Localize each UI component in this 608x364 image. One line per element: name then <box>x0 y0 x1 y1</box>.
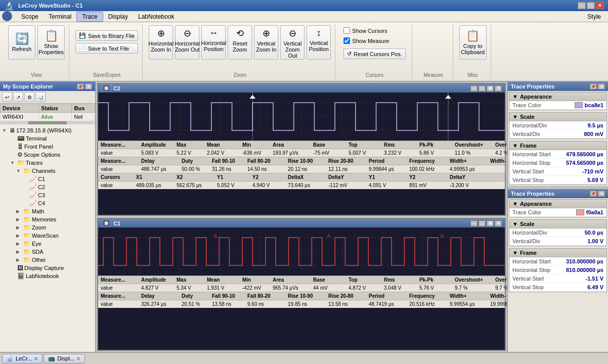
c1-restore[interactable]: □ <box>479 220 486 226</box>
copy-clipboard-button[interactable]: 📋 Copy to Clipboard <box>459 25 487 60</box>
tree-computer-icon: 🖥 <box>9 127 15 134</box>
tree-other[interactable]: ▶ 📁 Other <box>2 256 93 264</box>
tree-c4[interactable]: 📈 C4 <box>2 199 93 207</box>
c1-hstop-value: 810.000000 μs <box>566 267 603 273</box>
reset-cursors-button[interactable]: ↺ Reset Cursors Pos. <box>343 49 405 59</box>
show-measure-checkbox[interactable] <box>343 37 350 44</box>
c2-appearance-expand[interactable]: ▼ <box>512 94 518 100</box>
menu-scope[interactable]: Scope <box>16 12 44 21</box>
tree-c2[interactable]: 📈 C2 <box>2 183 93 191</box>
c1-color-swatch[interactable] <box>576 209 584 215</box>
h-zoom-in-button[interactable]: ⊕ Horizontal Zoom In <box>149 25 173 60</box>
c1-maximize[interactable]: ⊞ <box>487 220 494 226</box>
lecroy-tab-close[interactable]: ✕ <box>34 356 38 361</box>
c2-m1-col2: Max <box>175 142 205 148</box>
c2-m1-col0: Measure... <box>99 142 140 148</box>
menu-display[interactable]: Display <box>103 12 133 21</box>
tree-channels[interactable]: ▼ 📁 Channels <box>2 167 93 175</box>
v-zoom-in-button[interactable]: ⊕ Vertical Zoom In <box>254 25 278 60</box>
save-binary-button[interactable]: 💾 Save to Binary File <box>75 30 138 41</box>
clipboard-icon: 📋 <box>466 30 480 41</box>
display-tab-close[interactable]: ✕ <box>76 356 80 361</box>
c2-maximize[interactable]: ⊞ <box>487 85 494 92</box>
toolbar-icon3[interactable]: ⚙ <box>24 92 34 102</box>
tree-eye[interactable]: ▶ 📁 Eye <box>2 240 93 248</box>
minimize-button[interactable]: ─ <box>578 2 586 9</box>
cursor-controls: Show Cursors Show Measure ↺ Reset Cursor… <box>341 25 407 60</box>
c1-m1-col4: Min <box>241 277 271 283</box>
toolbar-icon2[interactable]: ↗ <box>13 92 23 102</box>
c1-appearance-section: ▼ Appearance Trace Color f0a0a1 <box>509 199 607 217</box>
c1-v2-5: 19.85 ns <box>286 301 327 307</box>
tree-c3[interactable]: 📈 C3 <box>2 191 93 199</box>
device-row[interactable]: WR64XI Alive Net <box>1 113 95 121</box>
tree-memories[interactable]: ▶ 📁 Memories <box>2 215 93 223</box>
c1-frame-header: ▼ Frame <box>509 249 606 257</box>
c2-hstop-value: 574.565000 μs <box>566 160 603 166</box>
c2-minimize[interactable]: ─ <box>470 85 477 92</box>
c2-cv0: value <box>99 182 135 189</box>
h-zoom-out-button[interactable]: ⊖ Horizontal Zoom Out <box>175 25 199 60</box>
c1-appearance-expand[interactable]: ▼ <box>512 201 518 207</box>
panel-pin-button[interactable]: 📌 <box>77 83 84 89</box>
reset-zoom-button[interactable]: ⟲ Reset Zoom <box>228 25 252 60</box>
c2-color-swatch[interactable] <box>575 102 583 108</box>
tree-zoom[interactable]: ▶ 📁 Zoom <box>2 223 93 232</box>
tree-sda[interactable]: ▶ 📁 SDA <box>2 248 93 256</box>
close-button[interactable]: ✕ <box>596 2 604 9</box>
c1-frame-expand[interactable]: ▼ <box>512 250 518 256</box>
tree-terminal[interactable]: 📟 Terminal <box>2 134 93 143</box>
h-position-button[interactable]: ↔ Horizontal Position <box>201 25 226 60</box>
c2-vdiv-label: Vertical/Div <box>512 131 540 137</box>
v-position-label: Vertical Position <box>308 40 329 52</box>
tree-scope-options[interactable]: ⚙ Scope Options <box>2 151 93 159</box>
c2-frame-expand[interactable]: ▼ <box>512 143 518 149</box>
c1-v1-2: 5.34 V <box>175 285 205 291</box>
v-zoom-out-button[interactable]: ⊖ Vertical Zoom Out <box>280 25 305 60</box>
h-position-label: Horizontal Position <box>201 40 227 52</box>
toolbar-icon4[interactable]: 📊 <box>35 92 46 102</box>
tree-math[interactable]: ▶ 📁 Math <box>2 207 93 215</box>
save-text-button[interactable]: 📄 Save to Text File <box>75 43 138 54</box>
panel-close-button[interactable]: ✕ <box>85 83 92 89</box>
v-zoom-out-icon: ⊖ <box>289 28 296 39</box>
tree-front-panel[interactable]: 🎛 Front Panel <box>2 143 93 151</box>
display-tab-icon: 📺 <box>48 355 55 362</box>
menu-style[interactable]: Style <box>582 12 606 21</box>
menu-trace[interactable]: Trace <box>76 12 103 22</box>
c2-close[interactable]: ✕ <box>495 85 502 92</box>
c1-scale-expand[interactable]: ▼ <box>512 221 518 227</box>
tree-wavescan[interactable]: ▶ 📁 WaveScan <box>2 232 93 240</box>
status-tab-display[interactable]: 📺 Displ... ✕ <box>44 354 85 363</box>
c1-close[interactable]: ✕ <box>495 220 502 226</box>
tree-c1[interactable]: 📈 C1 <box>2 175 93 183</box>
menu-labnotebook[interactable]: LabNotebook <box>133 12 179 21</box>
c2-props-close[interactable]: ✕ <box>598 83 605 89</box>
c2-measure-header-row2: Measure... Delay Duty Fall 90-10 Fall 80… <box>98 157 505 165</box>
c2-hdiv-label: Horizontal/Div <box>512 122 547 128</box>
scroll-bar[interactable] <box>0 121 95 124</box>
menu-terminal[interactable]: Terminal <box>44 12 76 21</box>
c2-props-pin[interactable]: 📌 <box>590 83 597 89</box>
tree-display-capture[interactable]: 🖼 Display Capture <box>2 264 93 272</box>
c1-v1-3: 1.931 V <box>205 285 241 291</box>
show-properties-button[interactable]: 📋 Show Properties <box>37 25 65 60</box>
scope-c2-icon: 🔲 <box>101 85 111 92</box>
c2-restore[interactable]: □ <box>479 85 486 92</box>
show-cursors-checkbox[interactable] <box>343 27 350 34</box>
tree-traces[interactable]: ▼ 📁 Traces <box>2 159 93 167</box>
c1-props-close[interactable]: ✕ <box>598 191 605 197</box>
c2-scale-expand[interactable]: ▼ <box>512 114 518 120</box>
status-tab-lecroy[interactable]: 🔬 LeCr... ✕ <box>2 354 42 363</box>
tree-labnotebook[interactable]: 📓 LabNotebook <box>2 272 93 280</box>
toolbar-icon1[interactable]: ↩ <box>2 92 12 102</box>
refresh-button[interactable]: 🔄 Refresh <box>8 25 35 60</box>
v-position-button[interactable]: ↕ Vertical Position <box>307 25 331 60</box>
maximize-button[interactable]: □ <box>587 2 595 9</box>
c1-minimize[interactable]: ─ <box>470 220 477 226</box>
c1-v1-5: 965.74 μVs <box>271 285 312 291</box>
c1-props-pin[interactable]: 📌 <box>590 191 597 197</box>
c2-appearance-section: ▼ Appearance Trace Color bca8e1 <box>509 92 607 110</box>
tree-ip-node[interactable]: ▼ 🖥 172.28.15.8 (WR64XI) <box>2 126 93 134</box>
c2-v1-7: 5.007 V <box>347 150 382 156</box>
